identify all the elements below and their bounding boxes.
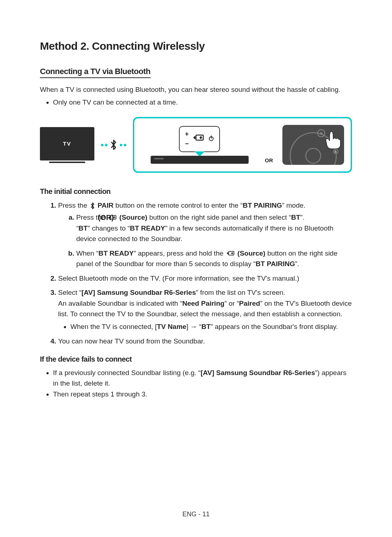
- tv-name-label: TV Name: [157, 323, 186, 330]
- fail-bullet-repeat: Then repeat steps 1 through 3.: [53, 389, 352, 400]
- section-bullets: Only one TV can be connected at a time.: [40, 97, 352, 108]
- page-footer: ENG - 11: [0, 510, 392, 518]
- substep-b: When “BT READY” appears, press and hold …: [76, 248, 352, 269]
- text: ”.: [295, 260, 299, 268]
- text: Press the: [58, 202, 89, 209]
- remote-illustration: ✲ ▶: [282, 125, 344, 165]
- step-1: Press the PAIR button on the remote cont…: [58, 200, 352, 269]
- tv-illustration: TV: [40, 127, 94, 163]
- section-intro: When a TV is connected using Bluetooth, …: [40, 85, 352, 95]
- bullet-tv-connected: When the TV is connected, [TV Name] → “B…: [70, 321, 352, 332]
- text: ” mode.: [282, 202, 305, 209]
- text: When the TV is connected, [: [70, 323, 157, 330]
- bluetooth-icon: [90, 202, 95, 209]
- text: ” from the list on TV's screen.: [196, 289, 285, 296]
- text: ” changes to “: [88, 224, 130, 232]
- bluetooth-link-icon: [99, 139, 128, 150]
- text: ” appears, press and hold the: [134, 249, 225, 257]
- or-label: OR: [265, 157, 273, 163]
- need-pairing-label: Need Pairing: [182, 300, 224, 307]
- hand-press-icon: [322, 126, 342, 151]
- source-label: (Source): [236, 249, 265, 257]
- device-name: [AV] Samsung Soundbar R6-Series: [81, 289, 196, 296]
- soundbar-illustration: [151, 156, 249, 164]
- text: An available Soundbar is indicated with …: [58, 300, 182, 307]
- substep-a: Press the (Source) button on the right s…: [76, 212, 352, 244]
- page: Method 2. Connecting Wirelessly Connecti…: [0, 0, 392, 428]
- initial-steps: Press the PAIR button on the remote cont…: [40, 200, 352, 346]
- signal-dot: [124, 144, 126, 146]
- source-icon: [226, 251, 235, 257]
- bt-pairing-label: BT PAIRING: [256, 260, 295, 268]
- step-3: Select “[AV] Samsung Soundbar R6-Series”…: [58, 287, 352, 332]
- text: Select “: [58, 289, 81, 296]
- remote-center-icon: [305, 148, 321, 164]
- text: If a previously connected Soundbar listi…: [53, 369, 201, 377]
- text: ”.: [300, 213, 305, 221]
- source-icon: [193, 134, 204, 144]
- text: ” or “: [224, 300, 239, 307]
- pair-label: PAIR: [96, 202, 114, 209]
- bt-label: BT: [291, 213, 300, 221]
- text: ] → “: [187, 323, 201, 330]
- or-substeps: (OR) Press the (Source) button on the ri…: [58, 212, 352, 269]
- signal-dot: [105, 144, 107, 146]
- section-heading: Connecting a TV via Bluetooth: [40, 67, 151, 78]
- fail-heading: If the device fails to connect: [40, 355, 352, 363]
- bt-pairing-label: BT PAIRING: [243, 202, 282, 209]
- bullet-one-tv: Only one TV can be connected at a time.: [53, 97, 352, 108]
- text: button on the remote control to enter th…: [114, 202, 243, 209]
- bt-ready-label: BT READY: [130, 224, 165, 232]
- method-title: Method 2. Connecting Wirelessly: [40, 40, 352, 52]
- bt-label: BT: [201, 323, 211, 330]
- side-panel-callout: + −: [179, 126, 220, 152]
- text: ” appears on the Soundbar's front displa…: [211, 323, 338, 330]
- text: button on the right side panel and then …: [147, 213, 291, 221]
- or-marker: (OR): [98, 212, 114, 223]
- bt-ready-label: BT READY: [98, 249, 134, 257]
- signal-dot: [101, 144, 103, 146]
- signal-dot: [120, 144, 122, 146]
- diagram-row: TV + −: [40, 117, 352, 173]
- volume-plus-icon: +: [185, 130, 189, 138]
- tv-label: TV: [63, 141, 71, 147]
- step-3-bullets: When the TV is connected, [TV Name] → “B…: [58, 321, 352, 332]
- source-label: (Source): [118, 213, 147, 221]
- fail-bullets: If a previously connected Soundbar listi…: [40, 368, 352, 400]
- paired-label: Paired: [239, 300, 260, 307]
- tv-screen: TV: [40, 127, 94, 160]
- step-4: You can now hear TV sound from the Sound…: [58, 336, 352, 346]
- fail-bullet-delete: If a previously connected Soundbar listi…: [53, 368, 352, 388]
- device-name: [AV] Samsung Soundbar R6-Series: [201, 369, 315, 377]
- bluetooth-icon: [110, 139, 118, 150]
- step-2: Select Bluetooth mode on the TV. (For mo…: [58, 273, 352, 284]
- tv-stand: [49, 162, 85, 163]
- bt-label: BT: [78, 224, 87, 232]
- initial-connection-heading: The initial connection: [40, 187, 352, 196]
- soundbar-diagram-box: + − OR ✲ ▶: [133, 117, 352, 173]
- volume-minus-icon: −: [185, 140, 189, 148]
- power-icon: [208, 135, 214, 143]
- text: When “: [76, 249, 98, 257]
